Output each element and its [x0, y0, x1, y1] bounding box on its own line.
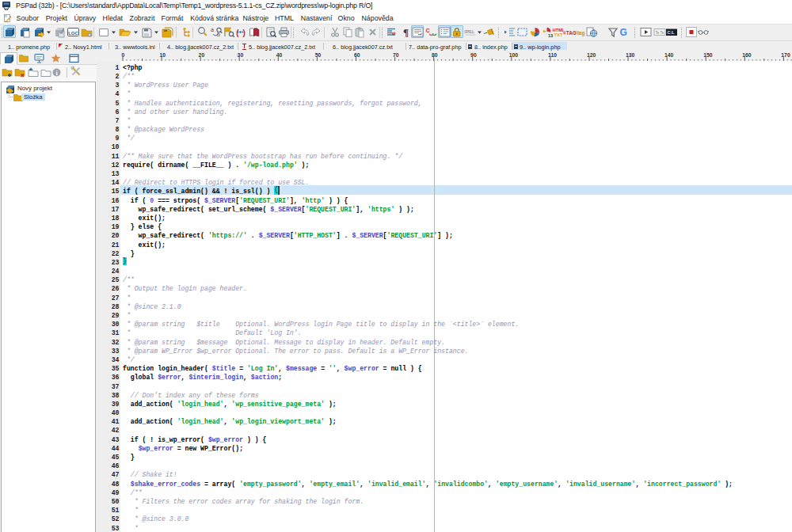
- svg-text:C: C: [426, 28, 430, 33]
- svg-text:50: 50: [315, 52, 322, 58]
- svg-text:¶: ¶: [403, 26, 409, 38]
- svg-text:60: 60: [354, 52, 360, 58]
- svg-text:30: 30: [238, 52, 244, 58]
- svg-text:C:L: C:L: [668, 30, 676, 35]
- svg-text:20: 20: [199, 52, 205, 58]
- svg-text:Te Te: Te Te: [655, 31, 664, 35]
- svg-text:130: 130: [626, 52, 635, 58]
- svg-text:90: 90: [470, 52, 477, 58]
- svg-text:<tag: <tag: [574, 30, 584, 36]
- svg-text:0: 0: [121, 52, 124, 58]
- svg-text:100: 100: [509, 52, 519, 58]
- svg-text:SPELL: SPELL: [464, 29, 475, 34]
- svg-text:80: 80: [432, 52, 438, 58]
- svg-text:a: a: [211, 27, 214, 32]
- svg-text:70: 70: [393, 52, 399, 58]
- svg-text:TXT: TXT: [554, 32, 563, 37]
- svg-text:120: 120: [587, 52, 596, 58]
- svg-text:150: 150: [703, 52, 713, 58]
- svg-text:10: 10: [160, 52, 166, 58]
- svg-text:): ): [242, 29, 246, 38]
- svg-text:140: 140: [664, 52, 674, 58]
- svg-text:110: 110: [548, 52, 557, 58]
- svg-text:40: 40: [276, 52, 283, 58]
- svg-text:160: 160: [742, 52, 752, 58]
- svg-text:170: 170: [781, 52, 790, 58]
- svg-text:(: (: [235, 29, 240, 38]
- svg-text:LOC: LOC: [68, 31, 78, 36]
- svg-text:G: G: [619, 27, 626, 38]
